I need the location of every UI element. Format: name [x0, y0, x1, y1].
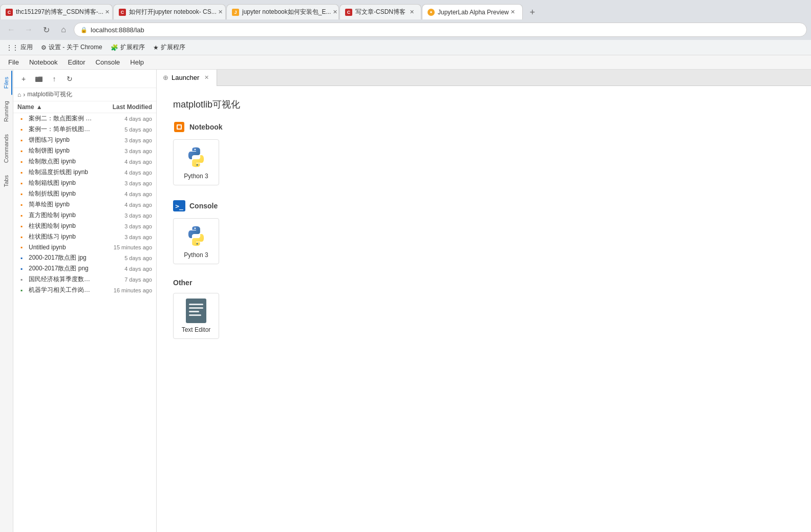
launcher-tab-label: Launcher — [172, 74, 199, 81]
text-editor-icon — [184, 299, 208, 323]
file-name-13: 2000-2017散点图 jpg — [29, 253, 93, 262]
sidebar-tab-commands[interactable]: Commands — [1, 128, 12, 169]
file-name-3: 绘制饼图 ipynb — [29, 146, 93, 155]
main-content: ⊕ Launcher ✕ matplotlib可视化 — [157, 70, 811, 532]
file-item-6[interactable]: ▪ 绘制箱线图 ipynb 3 days ago — [13, 178, 156, 188]
file-modified-3: 3 days ago — [96, 148, 152, 154]
sidebar-tab-files[interactable]: Files — [1, 71, 12, 95]
breadcrumb-home-icon[interactable]: ⌂ — [17, 91, 21, 98]
sidebar-panel: Files Running Commands Tabs — [0, 70, 13, 532]
browser-tab-4[interactable]: C 写文章-CSDN博客 ✕ — [339, 4, 421, 19]
refresh-button[interactable]: ↻ — [63, 73, 76, 85]
file-item-0[interactable]: ▪ 案例二：散点图案例 ip... 4 days ago — [13, 113, 156, 124]
file-item-11[interactable]: ▪ 柱状图练习 ipynb 3 days ago — [13, 231, 156, 242]
tab-close-1[interactable]: ✕ — [103, 8, 112, 16]
file-name-1: 案例一：简单折线图案... — [29, 125, 93, 134]
notebook-cards-grid: Python 3 — [173, 139, 795, 185]
file-name-10: 柱状图绘制 ipynb — [29, 222, 93, 230]
svg-rect-9 — [189, 314, 201, 316]
sidebar-tab-running[interactable]: Running — [1, 95, 12, 128]
file-item-3[interactable]: ▪ 绘制饼图 ipynb 3 days ago — [13, 145, 156, 156]
bookmark-extensions-1-label: 扩展程序 — [120, 43, 145, 52]
launcher-tab[interactable]: ⊕ Launcher ✕ — [157, 70, 217, 86]
bookmark-settings-label: 设置 - 关于 Chrome — [49, 43, 102, 52]
breadcrumb-folder[interactable]: matplotlib可视化 — [27, 90, 72, 99]
file-icon-15: ▪ — [17, 275, 26, 284]
browser-tab-3[interactable]: J jupyter notebook如何安装包_E... ✕ — [226, 4, 339, 19]
file-item-5[interactable]: ▪ 绘制温度折线图 ipynb 4 days ago — [13, 167, 156, 178]
column-name-header[interactable]: Name ▲ — [17, 103, 96, 111]
menu-editor[interactable]: Editor — [64, 57, 90, 67]
file-item-2[interactable]: ▪ 饼图练习 ipynb 3 days ago — [13, 135, 156, 145]
browser-tab-2[interactable]: C 如何打开jupyter notebook- CS... ✕ — [113, 4, 226, 19]
file-icon-7: ▪ — [17, 190, 26, 198]
console-cards-grid: Python 3 — [173, 218, 795, 264]
file-item-14[interactable]: ▪ 2000-2017散点图 png 4 days ago — [13, 263, 156, 274]
new-folder-button[interactable] — [33, 73, 45, 85]
menu-file[interactable]: File — [4, 57, 23, 67]
file-item-16[interactable]: ▪ 机器学习相关工作岗位... 16 minutes ago — [13, 285, 156, 295]
other-section-title: Other — [173, 279, 795, 287]
svg-rect-7 — [189, 307, 203, 309]
menu-notebook[interactable]: Notebook — [25, 57, 62, 67]
bookmark-apps[interactable]: ⋮⋮ 应用 — [4, 42, 35, 53]
notebook-python3-card[interactable]: Python 3 — [173, 139, 219, 185]
text-editor-card[interactable]: Text Editor — [173, 293, 219, 339]
menu-help[interactable]: Help — [126, 57, 148, 67]
bookmark-extensions-2[interactable]: ★ 扩展程序 — [151, 42, 187, 53]
file-modified-14: 4 days ago — [96, 266, 152, 272]
file-item-15[interactable]: ▪ 国民经济核算季度数据... 7 days ago — [13, 274, 156, 285]
tab-close-4[interactable]: ✕ — [408, 8, 416, 16]
console-section-icon: >_ — [173, 200, 185, 212]
forward-button[interactable]: → — [22, 23, 36, 37]
home-button[interactable]: ⌂ — [56, 23, 71, 37]
file-item-13[interactable]: ▪ 2000-2017散点图 jpg 5 days ago — [13, 252, 156, 263]
file-name-2: 饼图练习 ipynb — [29, 136, 93, 144]
file-name-14: 2000-2017散点图 png — [29, 264, 93, 273]
tab-close-3[interactable]: ✕ — [331, 8, 339, 16]
url-text: localhost:8888/lab — [91, 26, 144, 34]
file-name-5: 绘制温度折线图 ipynb — [29, 168, 93, 177]
file-item-9[interactable]: ▪ 直方图绘制 ipynb 3 days ago — [13, 210, 156, 221]
browser-tab-1[interactable]: C thc151297的博客_CSDN博客-... ✕ — [0, 4, 113, 19]
file-modified-9: 3 days ago — [96, 212, 152, 219]
tab-bar: C thc151297的博客_CSDN博客-... ✕ C 如何打开jupyte… — [0, 0, 811, 19]
tab-favicon-3: J — [232, 9, 239, 16]
file-modified-12: 15 minutes ago — [96, 244, 152, 250]
file-name-12: Untitled ipynb — [29, 244, 93, 251]
url-bar[interactable]: 🔒 localhost:8888/lab — [74, 23, 807, 37]
text-editor-label: Text Editor — [182, 326, 211, 333]
refresh-button[interactable]: ↻ — [39, 23, 53, 37]
console-python3-card[interactable]: Python 3 — [173, 218, 219, 264]
other-cards-grid: Text Editor — [173, 293, 795, 339]
content-tab-bar: ⊕ Launcher ✕ — [157, 70, 811, 86]
menu-console[interactable]: Console — [92, 57, 124, 67]
file-item-4[interactable]: ▪ 绘制散点图 ipynb 4 days ago — [13, 156, 156, 167]
tab-label-4: 写文章-CSDN博客 — [355, 8, 406, 16]
file-name-7: 绘制折线图 ipynb — [29, 189, 93, 198]
tab-close-5[interactable]: ✕ — [509, 8, 517, 16]
back-button[interactable]: ← — [4, 23, 18, 37]
bookmark-extensions-1[interactable]: 🧩 扩展程序 — [109, 42, 147, 53]
file-icon-14: ▪ — [17, 265, 26, 273]
file-item-12[interactable]: ▪ Untitled ipynb 15 minutes ago — [13, 242, 156, 252]
file-modified-15: 7 days ago — [96, 276, 152, 283]
new-tab-button[interactable]: + — [525, 5, 540, 19]
sidebar-tab-tabs[interactable]: Tabs — [1, 169, 12, 193]
bookmark-settings[interactable]: ⚙ 设置 - 关于 Chrome — [39, 42, 104, 53]
upload-button[interactable]: ↑ — [48, 73, 60, 85]
file-item-10[interactable]: ▪ 柱状图绘制 ipynb 3 days ago — [13, 221, 156, 231]
tab-close-2[interactable]: ✕ — [217, 8, 225, 16]
file-name-16: 机器学习相关工作岗位... — [29, 286, 93, 294]
file-item-8[interactable]: ▪ 简单绘图 ipynb 4 days ago — [13, 199, 156, 210]
bookmarks-bar: ⋮⋮ 应用 ⚙ 设置 - 关于 Chrome 🧩 扩展程序 ★ 扩展程序 — [0, 40, 811, 55]
file-item-1[interactable]: ▪ 案例一：简单折线图案... 5 days ago — [13, 124, 156, 135]
new-launcher-button[interactable]: + — [17, 73, 30, 85]
browser-tab-5[interactable]: ● JupyterLab Alpha Preview ✕ — [422, 4, 523, 19]
file-icon-11: ▪ — [17, 233, 26, 241]
file-item-7[interactable]: ▪ 绘制折线图 ipynb 4 days ago — [13, 188, 156, 199]
launcher-tab-close[interactable]: ✕ — [202, 74, 210, 82]
svg-point-2 — [197, 164, 198, 166]
console-icon-box: >_ — [173, 200, 185, 211]
bookmark-apps-label: 应用 — [20, 43, 33, 52]
